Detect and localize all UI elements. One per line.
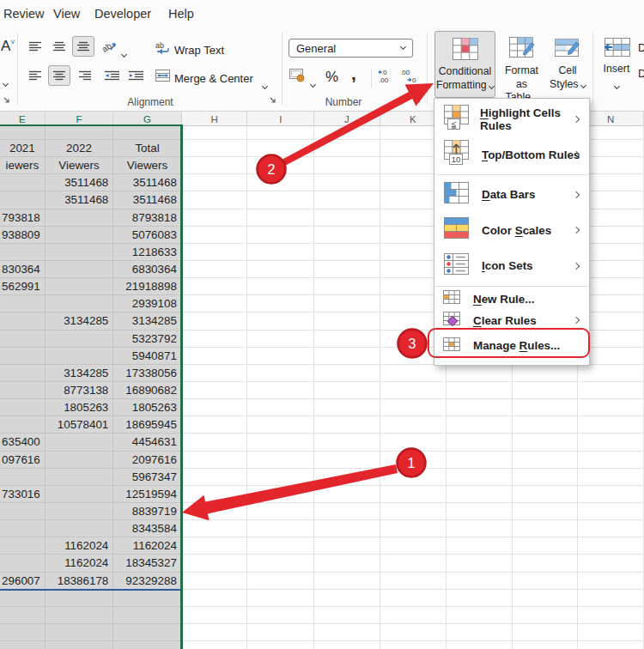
cell[interactable] bbox=[314, 503, 380, 520]
tab-review[interactable]: Review bbox=[3, 7, 45, 21]
cell[interactable] bbox=[380, 416, 447, 434]
cell[interactable] bbox=[46, 434, 114, 451]
accounting-format-icon[interactable] bbox=[289, 68, 306, 86]
cell[interactable]: 097616 bbox=[0, 452, 46, 469]
cell[interactable] bbox=[380, 555, 447, 572]
cell[interactable] bbox=[314, 174, 380, 191]
cell[interactable] bbox=[0, 537, 46, 555]
cell[interactable] bbox=[380, 520, 447, 537]
cell[interactable] bbox=[314, 537, 380, 555]
cell-styles-button[interactable]: Cell Styles bbox=[546, 31, 589, 98]
orientation-button[interactable]: ab bbox=[100, 38, 118, 55]
cell[interactable] bbox=[314, 209, 380, 227]
cell[interactable] bbox=[113, 126, 182, 140]
cell[interactable] bbox=[182, 191, 248, 209]
cell[interactable]: iewers bbox=[0, 157, 46, 174]
insert-cells-button[interactable]: Insert bbox=[596, 31, 637, 98]
tab-help[interactable]: Help bbox=[168, 7, 194, 21]
cell[interactable] bbox=[380, 434, 447, 451]
cell[interactable] bbox=[578, 590, 644, 607]
cell[interactable] bbox=[314, 278, 380, 295]
cell[interactable]: 21918898 bbox=[113, 278, 182, 295]
column-header-J[interactable]: J bbox=[314, 112, 380, 126]
cell[interactable]: 1162024 bbox=[113, 537, 182, 555]
cell[interactable] bbox=[182, 209, 248, 227]
cell[interactable]: 1162024 bbox=[46, 537, 114, 555]
align-center-button[interactable] bbox=[48, 65, 70, 86]
cell[interactable] bbox=[314, 624, 380, 641]
column-header-I[interactable]: I bbox=[247, 112, 314, 126]
cell[interactable] bbox=[314, 520, 380, 537]
cell[interactable] bbox=[46, 261, 114, 278]
cell[interactable] bbox=[182, 331, 248, 348]
cell[interactable] bbox=[247, 227, 314, 244]
cell[interactable]: 2939108 bbox=[113, 295, 182, 312]
cell[interactable] bbox=[182, 348, 248, 365]
cell[interactable] bbox=[0, 503, 46, 520]
cell[interactable] bbox=[0, 365, 46, 382]
cell[interactable] bbox=[182, 520, 248, 537]
cell[interactable] bbox=[513, 434, 579, 451]
cell[interactable] bbox=[247, 434, 314, 451]
cell[interactable] bbox=[578, 365, 644, 382]
decrease-decimal-icon[interactable]: .000 bbox=[399, 68, 417, 88]
cell[interactable] bbox=[182, 382, 248, 399]
cell[interactable] bbox=[314, 434, 380, 451]
cell[interactable] bbox=[380, 486, 447, 503]
cell[interactable] bbox=[380, 607, 447, 624]
cell[interactable]: Viewers bbox=[113, 157, 182, 174]
cell[interactable] bbox=[578, 503, 644, 520]
cell[interactable] bbox=[247, 331, 314, 348]
menu-item-data-bars[interactable]: Data Bars bbox=[434, 177, 589, 213]
cell[interactable] bbox=[182, 573, 248, 590]
cell[interactable] bbox=[578, 555, 644, 572]
cell[interactable] bbox=[314, 365, 380, 382]
cell[interactable]: 92329288 bbox=[113, 573, 182, 590]
cell[interactable] bbox=[0, 295, 46, 312]
cell[interactable]: 18386178 bbox=[46, 573, 114, 590]
cell[interactable] bbox=[314, 244, 380, 261]
cell[interactable]: 10578401 bbox=[46, 416, 114, 434]
cell[interactable] bbox=[447, 555, 513, 572]
cell[interactable] bbox=[314, 157, 380, 174]
cell[interactable] bbox=[247, 452, 314, 469]
cell[interactable] bbox=[113, 641, 182, 649]
cell[interactable] bbox=[578, 469, 644, 486]
cell[interactable] bbox=[578, 573, 644, 590]
cell[interactable]: 3511468 bbox=[113, 174, 182, 191]
cell[interactable] bbox=[182, 641, 248, 649]
cell[interactable] bbox=[447, 416, 513, 434]
cell[interactable] bbox=[46, 209, 114, 227]
cell[interactable] bbox=[182, 624, 248, 641]
cell[interactable] bbox=[0, 312, 46, 330]
cell[interactable] bbox=[182, 590, 248, 607]
cell[interactable]: 3511468 bbox=[46, 191, 114, 209]
cell[interactable]: 16890682 bbox=[113, 382, 182, 399]
cell[interactable] bbox=[314, 469, 380, 486]
cell[interactable] bbox=[182, 555, 248, 572]
cell[interactable] bbox=[46, 126, 114, 140]
cell[interactable]: Total bbox=[113, 140, 182, 157]
cell[interactable] bbox=[380, 399, 447, 416]
cell[interactable] bbox=[0, 348, 46, 365]
cell[interactable]: 8773138 bbox=[46, 382, 114, 399]
cell[interactable] bbox=[380, 573, 447, 590]
cell[interactable] bbox=[578, 607, 644, 624]
cell[interactable] bbox=[0, 469, 46, 486]
cell[interactable] bbox=[247, 348, 314, 365]
cell[interactable]: 5076083 bbox=[113, 227, 182, 244]
cell[interactable]: 17338056 bbox=[113, 365, 182, 382]
cell[interactable] bbox=[182, 486, 248, 503]
borders-dropdown-chevron[interactable] bbox=[3, 74, 8, 89]
cell[interactable] bbox=[182, 469, 248, 486]
cell[interactable] bbox=[513, 452, 579, 469]
tab-view[interactable]: View bbox=[53, 7, 80, 21]
cell[interactable]: 8839719 bbox=[113, 503, 182, 520]
cell[interactable] bbox=[182, 416, 248, 434]
cell[interactable] bbox=[314, 486, 380, 503]
align-left-button[interactable] bbox=[26, 67, 45, 84]
cell[interactable] bbox=[113, 607, 182, 624]
cell[interactable]: 18345327 bbox=[113, 555, 182, 572]
cell[interactable] bbox=[513, 537, 579, 555]
cell[interactable] bbox=[314, 261, 380, 278]
